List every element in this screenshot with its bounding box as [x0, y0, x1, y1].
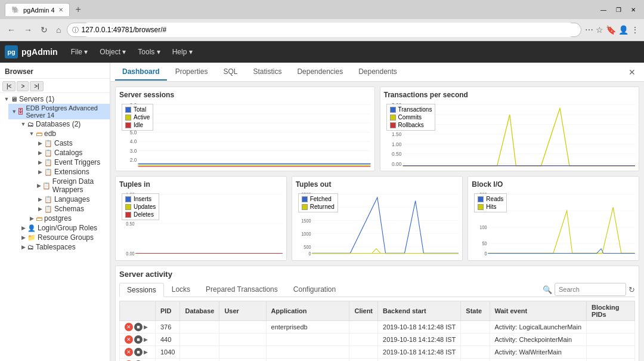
tab-close-btn[interactable]: ✕ [58, 7, 63, 13]
activity-tab-config[interactable]: Configuration [286, 282, 343, 297]
col-blocking-pids: Blocking PIDs [587, 301, 635, 321]
svg-text:0.00: 0.00 [392, 161, 402, 167]
block-io-chart: 200 150 100 50 0 [472, 191, 635, 257]
search-input[interactable] [555, 283, 626, 296]
toggle-rg: ▶ [19, 235, 27, 240]
tree-item-databases[interactable]: ▼ 🗂 Databases (2) [17, 119, 110, 129]
refresh-btn[interactable]: ↻ [628, 285, 635, 294]
app-menu: File ▾ Object ▾ Tools ▾ Help ▾ [65, 44, 199, 60]
legend-updates-label: Updates [134, 203, 156, 210]
legend-deletes: Deletes [125, 211, 156, 218]
row-actions-cell: ✕ ■ ▶ [120, 334, 156, 346]
new-tab-btn[interactable]: + [72, 4, 85, 15]
tree-item-tablespaces[interactable]: ▶ 🗂 Tablespaces [17, 242, 110, 252]
row-terminate-btn[interactable]: ✕ [125, 323, 133, 331]
col-pid: PID [156, 301, 180, 321]
catalogs-icon: 📋 [44, 149, 52, 157]
row-application: enterprisedb [266, 359, 349, 362]
tree-item-edb-server[interactable]: ▼ 🗄 EDB Postgres Advanced Server 14 [8, 104, 110, 119]
row-terminate-btn[interactable]: ✕ [125, 348, 133, 356]
menu-help[interactable]: Help ▾ [166, 44, 199, 60]
legend-txn: Transactions [390, 106, 432, 113]
url-input[interactable] [81, 23, 576, 37]
browser-actions: ⋯ ☆ 🔖 👤 ⋮ [585, 25, 639, 35]
content-close-btn[interactable]: ✕ [625, 66, 639, 78]
tree-item-edb[interactable]: ▼ 🗃 edb [25, 129, 110, 138]
row-actions: ✕ ■ ▶ [125, 323, 150, 331]
tree-item-catalogs[interactable]: ▶ 📋 Catalogs [33, 148, 110, 158]
legend-hits-color [478, 204, 484, 210]
activity-tab-locks[interactable]: Locks [164, 282, 198, 297]
row-wait-event: Activity: WalWriterMain [490, 346, 587, 359]
sidebar-forward-btn[interactable]: >| [30, 81, 43, 91]
menu-object[interactable]: Object ▾ [94, 44, 132, 60]
row-cancel-btn[interactable]: ■ [134, 323, 143, 331]
legend-reads-label: Reads [486, 196, 503, 202]
activity-search: 🔍 ↻ [543, 283, 635, 296]
maximize-btn[interactable]: ❐ [612, 5, 625, 14]
row-blocking-pids [587, 359, 635, 362]
tree-item-extensions[interactable]: ▶ 📋 Extensions [33, 167, 110, 177]
tree-item-event-triggers[interactable]: ▶ 📋 Event Triggers [33, 158, 110, 167]
chart-server-sessions: Server sessions [115, 87, 375, 171]
row-expand-btn[interactable]: ▶ [144, 349, 148, 355]
back-btn[interactable]: ← [5, 24, 18, 36]
close-btn[interactable]: ✕ [627, 5, 639, 14]
row-cancel-btn[interactable]: ■ [134, 348, 143, 356]
legend-total: Total [125, 106, 150, 113]
legend-commits: Commits [390, 114, 432, 121]
tab-sql[interactable]: SQL [216, 64, 244, 81]
bookmarks-btn[interactable]: ⋯ [585, 25, 593, 35]
tree-item-servers[interactable]: ▼ 🖥 Servers (1) [0, 94, 110, 104]
tree-view: ▼ 🖥 Servers (1) ▼ 🗄 EDB Postgres Advance… [0, 94, 110, 252]
menu-tools[interactable]: Tools ▾ [132, 44, 166, 60]
server-sessions-title: Server sessions [119, 91, 371, 99]
tree-item-postgres[interactable]: ▶ 🗃 postgres [25, 214, 110, 223]
row-terminate-btn[interactable]: ✕ [125, 335, 133, 344]
schemas-icon: 📋 [44, 205, 52, 213]
browser-tab-pgadmin[interactable]: 🐘 pgAdmin 4 ✕ [5, 3, 70, 16]
tab-statistics[interactable]: Statistics [246, 64, 289, 81]
row-backend-start: 2019-10-18 14:12:48 IST [378, 359, 461, 362]
sidebar-expand-btn[interactable]: > [17, 81, 29, 91]
home-btn[interactable]: ⌂ [54, 24, 63, 36]
row-blocking-pids [587, 321, 635, 334]
ext-icon: 📋 [44, 168, 52, 176]
ext-label: Extensions [54, 168, 89, 176]
col-user: User [219, 301, 266, 321]
legend-updates-color [125, 204, 131, 210]
reload-btn[interactable]: ↻ [38, 24, 50, 36]
row-expand-btn[interactable]: ▶ [144, 337, 148, 343]
content-tabs: Dashboard Properties SQL Statistics Depe… [110, 63, 644, 82]
row-cancel-btn[interactable]: ■ [134, 335, 143, 344]
activity-tab-sessions[interactable]: Sessions [119, 283, 164, 297]
tree-item-fdw[interactable]: ▶ 📋 Foreign Data Wrappers [33, 177, 110, 195]
tab-dashboard[interactable]: Dashboard [115, 64, 167, 81]
profile-btn[interactable]: 👤 [618, 25, 628, 35]
tab-properties[interactable]: Properties [168, 64, 215, 81]
sidebar-back-btn[interactable]: |< [2, 81, 16, 91]
tree-item-schemas[interactable]: ▶ 📋 Schemas [33, 204, 110, 214]
edb-server-label: EDB Postgres Advanced Server 14 [26, 104, 110, 119]
bookmark-star-btn[interactable]: ☆ [596, 25, 603, 35]
row-expand-btn[interactable]: ▶ [144, 324, 148, 330]
tree-item-resource-groups[interactable]: ▶ 📁 Resource Groups [17, 233, 110, 242]
minimize-btn[interactable]: — [597, 5, 610, 14]
tab-dependencies[interactable]: Dependencies [290, 64, 350, 81]
tree-item-login-roles[interactable]: ▶ 👤 Login/Group Roles [17, 223, 110, 233]
toggle-schemas: ▶ [36, 206, 44, 212]
menu-btn[interactable]: ⋮ [631, 25, 639, 35]
row-user [219, 321, 266, 334]
legend-idle-label: Idle [134, 122, 143, 128]
forward-btn[interactable]: → [21, 24, 35, 36]
extensions-btn[interactable]: 🔖 [606, 25, 616, 35]
toggle-lr: ▶ [19, 225, 27, 231]
tree-item-casts[interactable]: ▶ 📋 Casts [33, 138, 110, 148]
tab-dependents[interactable]: Dependents [351, 64, 404, 81]
lr-label: Login/Group Roles [38, 224, 97, 232]
legend-updates: Updates [125, 203, 156, 210]
tree-item-languages[interactable]: ▶ 📋 Languages [33, 195, 110, 204]
svg-text:3.0: 3.0 [130, 148, 137, 154]
activity-tab-prepared[interactable]: Prepared Transactions [198, 282, 286, 297]
menu-file[interactable]: File ▾ [65, 44, 94, 60]
